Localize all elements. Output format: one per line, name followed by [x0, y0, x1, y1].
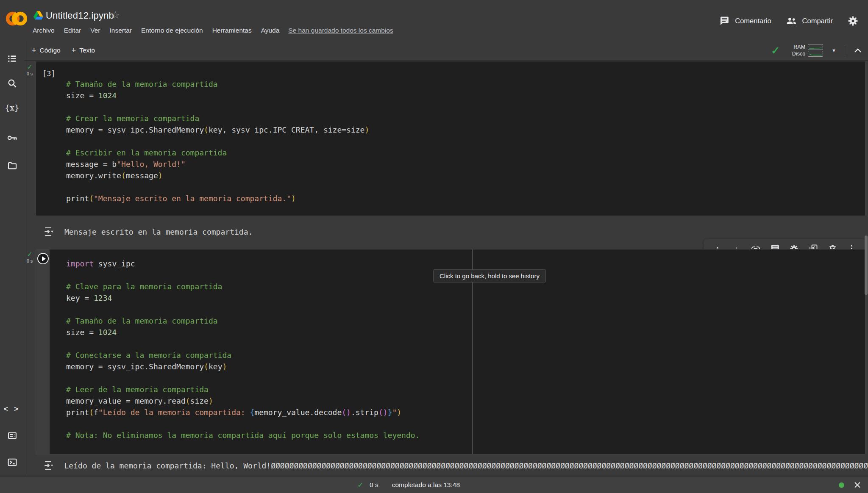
plus-icon: +	[72, 46, 76, 55]
header: Untitled12.ipynb ☆ ArchivoEditarVerInser…	[0, 0, 868, 41]
code-line[interactable]: # Tamaño de la memoria compartida	[66, 78, 861, 90]
status-message: completado a las 13:48	[392, 481, 460, 489]
output-text: Mensaje escrito en la memoria compartida…	[64, 226, 253, 238]
resource-monitor[interactable]: RAM Disco	[789, 44, 823, 57]
terminal-icon[interactable]	[0, 456, 24, 468]
status-bar: ✓ 0 s completado a las 13:48	[0, 476, 868, 493]
output-icon	[42, 459, 55, 472]
code-line[interactable]	[66, 304, 861, 315]
code-line[interactable]: # Nota: No eliminamos la memoria compart…	[66, 429, 861, 441]
code-line[interactable]: # Clave para la memoria compartida	[66, 281, 861, 292]
code-line[interactable]	[66, 136, 861, 147]
menu-item-editar[interactable]: Editar	[59, 25, 86, 36]
execution-count: [3]	[42, 69, 56, 78]
colab-logo-icon[interactable]	[6, 9, 27, 28]
cell-gutter	[36, 249, 50, 454]
code-line[interactable]: print("Mensaje escrito en la memoria com…	[66, 193, 861, 204]
cell-exec-time: 0 s	[24, 71, 36, 77]
history-tooltip: Click to go back, hold to see history	[433, 269, 546, 283]
files-folder-icon[interactable]	[0, 159, 24, 171]
menu-item-ayuda[interactable]: Ayuda	[256, 25, 284, 36]
settings-gear-icon[interactable]	[847, 15, 859, 27]
code-editor-2[interactable]: import sysv_ipc # Clave para la memoria …	[66, 258, 861, 441]
code-line[interactable]: memory = sysv_ipc.SharedMemory(key, sysv…	[66, 124, 861, 136]
left-sidebar: {x} < >	[0, 41, 24, 476]
cell-success-check-icon: ✓	[24, 64, 36, 71]
cell2-output: Leído de la memoria compartida: Hello, W…	[42, 458, 868, 473]
code-line[interactable]: # Leer de la memoria compartida	[66, 384, 861, 395]
add-text-label: Texto	[79, 47, 95, 54]
drive-icon	[33, 11, 43, 20]
cell1-output: Mensaje escrito en la memoria compartida…	[42, 224, 868, 239]
menu-item-ver[interactable]: Ver	[86, 25, 105, 36]
resources-dropdown-icon[interactable]: ▼	[832, 48, 836, 53]
variables-icon[interactable]: {x}	[0, 102, 24, 114]
menu-item-insertar[interactable]: Insertar	[105, 25, 136, 36]
menu-bar: ArchivoEditarVerInsertarEntorno de ejecu…	[28, 25, 393, 36]
code-line[interactable]	[66, 101, 861, 113]
ram-label: RAM	[789, 44, 805, 50]
code-line[interactable]: key = 1234	[66, 292, 861, 304]
play-icon	[42, 256, 46, 261]
code-line[interactable]: message = b"Hello, World!"	[66, 158, 861, 170]
code-line[interactable]: memory = sysv_ipc.SharedMemory(key)	[66, 361, 861, 372]
output-icon	[42, 225, 55, 238]
add-code-button[interactable]: + Código	[32, 46, 61, 55]
code-line[interactable]: size = 1024	[66, 327, 861, 338]
status-time: 0 s	[370, 481, 378, 489]
code-line[interactable]	[66, 338, 861, 349]
comment-button[interactable]: Comentario	[719, 16, 771, 26]
code-line[interactable]: memory.write(message)	[66, 170, 861, 181]
code-line[interactable]: import sysv_ipc	[66, 258, 861, 269]
add-code-label: Código	[40, 47, 61, 54]
cell2-status: ✓ 0 s	[24, 251, 36, 264]
share-people-icon	[786, 16, 797, 26]
plus-icon: +	[32, 46, 36, 55]
code-line[interactable]: size = 1024	[66, 90, 861, 101]
header-actions: Comentario Compartir	[719, 13, 859, 29]
star-icon[interactable]: ☆	[111, 9, 120, 21]
ram-sparkline	[808, 44, 823, 50]
menu-item-herramientas[interactable]: Herramientas	[208, 25, 256, 36]
connection-status-dot	[839, 482, 844, 488]
cell1-status: ✓ 0 s	[24, 64, 36, 77]
code-line[interactable]: print(f"Leído de la memoria compartida: …	[66, 407, 861, 418]
code-line[interactable]: # Tamaño de la memoria compartida	[66, 315, 861, 327]
vertical-scrollbar-thumb[interactable]	[865, 235, 868, 295]
status-check-icon: ✓	[357, 481, 364, 489]
save-status-link[interactable]: Se han guardado todos los cambios	[288, 27, 393, 34]
share-button[interactable]: Compartir	[786, 16, 833, 26]
code-line[interactable]: # Escribir en la memoria compartida	[66, 147, 861, 158]
output-text: Leído de la memoria compartida: Hello, W…	[64, 460, 868, 471]
share-label: Compartir	[802, 17, 833, 25]
add-text-button[interactable]: + Texto	[72, 46, 95, 55]
code-line[interactable]	[66, 418, 861, 429]
comment-label: Comentario	[735, 17, 771, 25]
code-line[interactable]	[66, 372, 861, 384]
secrets-key-icon[interactable]	[0, 132, 24, 144]
comment-icon	[719, 16, 729, 26]
table-of-contents-icon[interactable]	[0, 53, 24, 64]
run-cell-button[interactable]	[37, 253, 49, 264]
tooltip-text: Click to go back, hold to see history	[440, 272, 540, 280]
code-snippets-icon[interactable]: < >	[0, 403, 24, 415]
close-statusbar-icon[interactable]	[854, 481, 861, 489]
menu-item-entorno-de-ejecucion[interactable]: Entorno de ejecución	[136, 25, 208, 36]
code-line[interactable]	[66, 181, 861, 193]
code-line[interactable]: memory_value = memory.read(size)	[66, 395, 861, 407]
code-line[interactable]: # Crear la memoria compartida	[66, 113, 861, 124]
code-cell-1[interactable]: [3] # Tamaño de la memoria compartidasiz…	[36, 61, 865, 216]
code-editor-1[interactable]: # Tamaño de la memoria compartidasize = …	[66, 78, 861, 204]
code-line[interactable]: # Conectarse a la memoria compartida	[66, 349, 861, 361]
search-icon[interactable]	[0, 77, 24, 89]
notebook-toolbar: + Código + Texto ✓ RAM Disco	[24, 41, 868, 61]
kernel-ok-check-icon: ✓	[771, 44, 780, 57]
collapse-header-chevron-icon[interactable]	[854, 48, 862, 53]
notebook-title[interactable]: Untitled12.ipynb	[46, 10, 114, 21]
command-palette-icon[interactable]	[0, 429, 24, 441]
menu-item-archivo[interactable]: Archivo	[28, 25, 59, 36]
cell-exec-time: 0 s	[24, 258, 36, 264]
disk-label: Disco	[789, 51, 805, 57]
colab-window: Untitled12.ipynb ☆ ArchivoEditarVerInser…	[0, 0, 868, 493]
cell-success-check-icon: ✓	[24, 251, 36, 258]
